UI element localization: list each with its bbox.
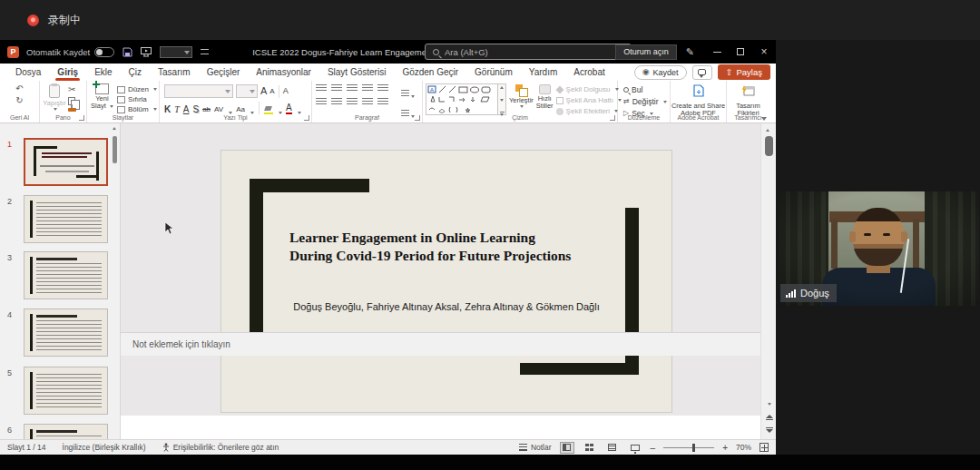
- shrink-font-icon[interactable]: A: [270, 86, 274, 96]
- font-name-combobox[interactable]: [164, 84, 233, 98]
- accessibility-checker[interactable]: Erişilebilirlik: Önerilere göz atın: [162, 443, 279, 452]
- sign-in-button[interactable]: Oturum açın: [615, 44, 677, 60]
- highlight-color-icon[interactable]: [264, 106, 273, 114]
- tab-tasarim[interactable]: Tasarım: [150, 64, 199, 81]
- text-direction-icon[interactable]: [401, 90, 409, 98]
- next-slide-button[interactable]: [765, 426, 773, 434]
- paragraph-dialog-launcher[interactable]: [415, 115, 420, 121]
- ribbon-display-options-icon[interactable]: [201, 49, 209, 54]
- find-button[interactable]: Bul: [623, 85, 670, 94]
- change-case-button[interactable]: Aa: [236, 104, 245, 114]
- slide-title[interactable]: Learner Engagement in Online Learning Du…: [289, 229, 616, 265]
- tab-gozden-gecir[interactable]: Gözden Geçir: [394, 64, 466, 81]
- ink-pen-icon[interactable]: ✎: [686, 46, 694, 58]
- decrease-indent-icon[interactable]: [347, 84, 358, 93]
- close-button[interactable]: ×: [752, 40, 776, 64]
- slide-counter[interactable]: Slayt 1 / 14: [7, 443, 46, 452]
- numbering-icon[interactable]: [331, 84, 342, 93]
- reading-view-button[interactable]: [605, 442, 620, 454]
- zoom-in-button[interactable]: +: [722, 443, 728, 453]
- strikethrough-button[interactable]: ab: [202, 104, 211, 114]
- text-shadow-button[interactable]: S: [192, 104, 199, 114]
- slide-sorter-view-button[interactable]: [583, 442, 597, 454]
- restore-button[interactable]: [729, 40, 752, 64]
- normal-view-button[interactable]: [560, 442, 574, 454]
- character-spacing-button[interactable]: AV: [214, 104, 223, 114]
- thumbnail-slide-4[interactable]: 4: [24, 308, 108, 357]
- tab-ekle[interactable]: Ekle: [86, 64, 120, 81]
- reset-button[interactable]: Sıfırla: [117, 95, 157, 103]
- shape-outline-button[interactable]: Şekil Ana Hattı: [556, 96, 622, 104]
- scrollbar-thumb[interactable]: [765, 136, 773, 156]
- scroll-down-icon[interactable]: [768, 403, 771, 406]
- tab-yardim[interactable]: Yardım: [521, 64, 566, 81]
- shape-fill-button[interactable]: Şekil Dolgusu: [556, 85, 622, 93]
- zoom-out-button[interactable]: –: [651, 443, 656, 453]
- zoom-level[interactable]: 70%: [736, 443, 751, 452]
- vertical-scrollbar[interactable]: [760, 123, 776, 439]
- shapes-gallery-scroll[interactable]: [498, 83, 506, 115]
- comments-button[interactable]: [692, 65, 712, 80]
- tab-slayt-gosterisi[interactable]: Slayt Gösterisi: [319, 64, 394, 81]
- underline-button[interactable]: A: [183, 104, 190, 114]
- replace-button[interactable]: ⇄ Değiştir: [623, 97, 670, 106]
- italic-button[interactable]: T: [174, 104, 180, 114]
- thumbnail-slide-6[interactable]: 6: [24, 424, 108, 439]
- thumbnail-slide-5[interactable]: 5: [24, 367, 108, 415]
- clipboard-dialog-launcher[interactable]: [79, 115, 84, 121]
- tab-giris[interactable]: Giriş: [49, 64, 86, 81]
- previous-slide-button[interactable]: [765, 414, 773, 421]
- bold-button[interactable]: K: [164, 104, 171, 114]
- create-pdf-icon[interactable]: [692, 84, 705, 101]
- columns-icon[interactable]: [377, 98, 388, 106]
- clear-formatting-icon[interactable]: A: [283, 86, 289, 96]
- slide[interactable]: Learner Engagement in Online Learning Du…: [220, 150, 672, 413]
- tab-gorunum[interactable]: Görünüm: [466, 64, 521, 81]
- font-color-button[interactable]: A: [286, 103, 292, 114]
- record-button[interactable]: ◉ Kaydet: [634, 65, 687, 80]
- zoom-slider[interactable]: [663, 444, 714, 452]
- fit-slide-to-window-button[interactable]: [760, 443, 769, 452]
- align-left-icon[interactable]: [316, 98, 327, 106]
- section-button[interactable]: Bölüm: [117, 105, 157, 113]
- increase-indent-icon[interactable]: [362, 84, 373, 93]
- save-icon[interactable]: [122, 47, 132, 57]
- notes-pane[interactable]: Not eklemek için tıklayın: [121, 332, 760, 356]
- align-center-icon[interactable]: [331, 98, 342, 106]
- tab-ciz[interactable]: Çiz: [121, 64, 150, 81]
- collapse-ribbon-icon[interactable]: [761, 117, 767, 121]
- notes-toggle-button[interactable]: Notlar: [519, 443, 552, 452]
- language-indicator[interactable]: İngilizce (Birleşik Krallık): [63, 443, 146, 452]
- slide-authors[interactable]: Doğuş Beyoğlu, Fahriye Altınay Aksal, Ze…: [221, 301, 671, 312]
- font-size-combobox[interactable]: [236, 84, 258, 98]
- drawing-dialog-launcher[interactable]: [610, 115, 615, 121]
- autosave-toggle[interactable]: [94, 47, 114, 57]
- grow-font-icon[interactable]: A: [260, 86, 267, 96]
- font-dialog-launcher[interactable]: [304, 115, 309, 121]
- shapes-gallery[interactable]: A: [426, 83, 498, 115]
- undo-icon[interactable]: ↶: [15, 84, 23, 93]
- slideshow-view-button[interactable]: [628, 442, 642, 454]
- layout-button[interactable]: Düzen: [117, 85, 157, 93]
- search-box[interactable]: Ara (Alt+G): [425, 44, 632, 60]
- thumbnail-slide-1[interactable]: 1: [24, 138, 108, 186]
- thumbnail-slide-3[interactable]: 3: [24, 251, 108, 299]
- thumbnail-slide-2[interactable]: 2: [24, 195, 108, 243]
- align-right-icon[interactable]: [347, 98, 358, 106]
- tab-animasyonlar[interactable]: Animasyonlar: [248, 64, 319, 81]
- redo-icon[interactable]: ↻: [15, 96, 23, 105]
- justify-icon[interactable]: [362, 98, 373, 106]
- tab-acrobat[interactable]: Acrobat: [565, 64, 612, 81]
- qat-combobox[interactable]: [160, 46, 192, 58]
- share-button[interactable]: ⇧ Paylaş: [718, 64, 770, 80]
- tab-dosya[interactable]: Dosya: [7, 64, 49, 81]
- minimize-button[interactable]: [705, 40, 729, 64]
- tab-gecisler[interactable]: Geçişler: [199, 64, 249, 81]
- bullets-icon[interactable]: [316, 84, 327, 93]
- cut-icon[interactable]: ✂: [68, 85, 76, 94]
- format-painter-icon[interactable]: [68, 108, 76, 112]
- scroll-up-icon[interactable]: [766, 129, 769, 132]
- thumbnail-scrollbar[interactable]: [112, 127, 118, 436]
- slideshow-from-start-icon[interactable]: [141, 47, 152, 57]
- line-spacing-icon[interactable]: [377, 84, 388, 93]
